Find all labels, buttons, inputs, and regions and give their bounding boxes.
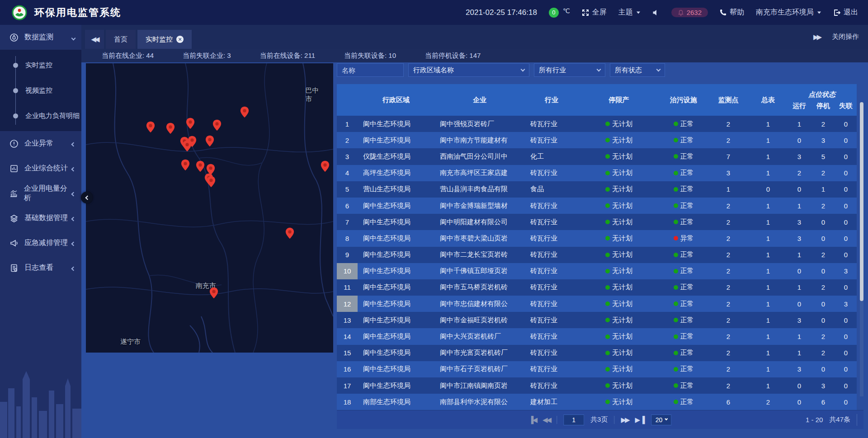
map-panel[interactable]: 巴中市南充市遂宁市	[86, 63, 333, 353]
col-header-5[interactable]: 监测点	[708, 84, 749, 116]
table-row-2[interactable]: 2阆中生态环境局阆中市南方节能建材有砖瓦行业无计划正常21030	[337, 132, 857, 148]
stats-board-icon	[9, 164, 19, 173]
cell-monitor-count: 2	[708, 247, 749, 263]
industry-select[interactable]: 所有行业	[534, 63, 605, 77]
logout-button[interactable]: 退出	[833, 8, 858, 17]
cell-monitor-count: 2	[708, 198, 749, 214]
table-row-14[interactable]: 14阆中生态环境局阆中大兴页岩机砖厂砖瓦行业无计划正常21120	[337, 328, 857, 344]
map-pin-14[interactable]	[321, 160, 330, 172]
cell-facility-status: 异常	[660, 230, 708, 246]
sidebar-subitem-1[interactable]: 视频监控	[0, 78, 81, 103]
sidebar-item-4[interactable]: 基础数据管理	[0, 206, 81, 231]
col-header-3[interactable]: 停限产	[578, 84, 660, 116]
map-pin-15[interactable]	[285, 227, 294, 239]
status-dot-icon	[674, 285, 678, 290]
table-row-9[interactable]: 9阆中生态环境局阆中市二龙长宝页岩砖砖瓦行业无计划正常21120	[337, 247, 857, 263]
sidebar-item-0[interactable]: 数据监测	[0, 25, 81, 50]
map-pin-9[interactable]	[180, 159, 190, 171]
table-row-15[interactable]: 15阆中生态环境局阆中市光富页岩机砖厂砖瓦行业无计划正常21120	[337, 345, 857, 361]
name-search-input[interactable]	[337, 63, 404, 77]
theme-dropdown[interactable]: 主题	[618, 8, 641, 17]
table-row-18[interactable]: 18南部生态环境局南部县利华水泥有限公建材加工无计划正常62060	[337, 394, 857, 410]
table-row-5[interactable]: 5营山生态环境局营山县润丰肉食品有限食品无计划正常10010	[337, 181, 857, 198]
last-page-icon[interactable]: ▶▐	[635, 416, 645, 424]
sidebar-item-6[interactable]: 日志查看	[0, 255, 81, 280]
mute-button[interactable]	[652, 9, 660, 16]
map-pin-8[interactable]	[205, 135, 215, 147]
fullscreen-button[interactable]: 全屏	[582, 8, 607, 17]
sidebar-collapse-button[interactable]	[81, 192, 93, 203]
col-subheader-1[interactable]: 停机	[811, 100, 835, 116]
table-row-16[interactable]: 16阆中生态环境局阆中市石子页岩机砖厂砖瓦行业无计划正常21300	[337, 361, 857, 377]
status-dot-icon	[605, 334, 610, 339]
table-row-10[interactable]: 10阆中生态环境局阆中千佛镇五郎垭页岩砖瓦行业无计划正常21003	[337, 263, 857, 279]
tabs-scroll-right-icon[interactable]: ▶▶	[813, 33, 820, 41]
cell-company: 阆中市南方节能建材有	[434, 132, 525, 148]
col-header-2[interactable]: 行业	[525, 84, 578, 116]
table-row-12[interactable]: 12阆中生态环境局阆中市忠信建材有限公砖瓦行业无计划正常21003	[337, 296, 857, 312]
map-pin-16[interactable]	[209, 287, 218, 299]
help-button[interactable]: 帮助	[720, 8, 744, 17]
map-pin-7[interactable]	[188, 136, 197, 147]
cell-bureau: 阆中生态环境局	[358, 328, 434, 344]
cell-stopped-count: 6	[811, 394, 835, 410]
cell-lost-count: 0	[835, 328, 857, 344]
table-row-13[interactable]: 13阆中生态环境局阆中市金福旺页岩机砖砖瓦行业无计划正常21300	[337, 312, 857, 328]
temperature-unit: ℃	[563, 7, 570, 14]
close-operations-dropdown[interactable]: 关闭操作	[832, 33, 859, 41]
cell-company: 阆中强锐页岩砖厂	[434, 116, 525, 132]
cell-bureau: 仪陇生态环境局	[358, 148, 434, 165]
tab-0[interactable]: 首页	[106, 30, 136, 49]
map-pin-10[interactable]	[196, 160, 205, 172]
cell-facility-status: 正常	[660, 247, 708, 263]
map-pin-0[interactable]	[146, 121, 155, 133]
row-index: 6	[337, 198, 358, 214]
first-page-icon[interactable]: ▐◀	[529, 416, 536, 424]
stat-0: 当前在线企业: 44	[102, 52, 154, 60]
sidebar-item-5[interactable]: 应急减排管理	[0, 231, 81, 255]
scrollbar-thumb[interactable]	[860, 102, 863, 301]
sidebar-subitem-0[interactable]: 实时监控	[0, 52, 81, 78]
table-row-3[interactable]: 3仪陇生态环境局西南油气田分公司川中化工无计划正常71350	[337, 148, 857, 165]
notification-badge[interactable]: 2632	[671, 8, 708, 17]
speaker-icon	[652, 9, 660, 16]
col-header-6[interactable]: 总表	[749, 84, 787, 116]
sidebar-item-1[interactable]: 企业异常	[0, 131, 81, 156]
map-pin-1[interactable]	[166, 122, 175, 134]
col-header-4[interactable]: 治污设施	[660, 84, 708, 116]
sidebar-subitem-2[interactable]: 企业电力负荷明细	[0, 103, 81, 128]
page-size-select[interactable]: 20	[651, 414, 672, 425]
status-select[interactable]: 所有状态	[610, 63, 665, 77]
next-page-icon[interactable]: ▶▶	[621, 416, 628, 424]
org-dropdown[interactable]: 南充市生态环境局	[756, 8, 821, 17]
cell-company: 阆中市金博瑞新型墙材	[434, 198, 525, 214]
table-row-1[interactable]: 1阆中生态环境局阆中强锐页岩砖厂砖瓦行业无计划正常21120	[337, 116, 857, 132]
table-row-7[interactable]: 7阆中生态环境局阆中明阳建材有限公司砖瓦行业无计划正常21300	[337, 214, 857, 230]
table-row-11[interactable]: 11阆中生态环境局阆中市五马桥页岩机砖砖瓦行业无计划正常21120	[337, 279, 857, 296]
sidebar-item-3[interactable]: 企业用电量分析	[0, 181, 81, 206]
map-pin-2[interactable]	[185, 118, 195, 129]
table-scrollbar[interactable]	[860, 102, 863, 396]
tab-1[interactable]: 实时监控✕	[137, 30, 192, 49]
cell-company: 南充市高坪区王家店建	[434, 165, 525, 181]
region-select[interactable]: 行政区域名称	[408, 63, 529, 77]
table-row-8[interactable]: 8阆中生态环境局阆中市枣碧大梁山页岩砖瓦行业无计划异常21300	[337, 230, 857, 246]
col-subheader-0[interactable]: 运行	[787, 100, 811, 116]
table-row-4[interactable]: 4高坪生态环境局南充市高坪区王家店建砖瓦行业无计划正常31220	[337, 165, 857, 181]
tabs-scroll-left-icon[interactable]: ◀◀	[85, 30, 104, 49]
map-pin-13[interactable]	[206, 176, 216, 188]
table-row-17[interactable]: 17阆中生态环境局阆中市江南镇阆南页岩砖瓦行业无计划正常21030	[337, 377, 857, 394]
map-pin-3[interactable]	[212, 119, 222, 131]
col-header-1[interactable]: 企业	[434, 84, 525, 116]
table-row-6[interactable]: 6阆中生态环境局阆中市金博瑞新型墙材砖瓦行业无计划正常21120	[337, 198, 857, 214]
cell-lost-count: 0	[835, 312, 857, 328]
cell-lost-count: 0	[835, 361, 857, 377]
map-pin-4[interactable]	[240, 106, 250, 118]
page-number-input[interactable]	[563, 414, 584, 425]
prev-page-icon[interactable]: ◀◀	[542, 416, 550, 424]
tab-close-icon[interactable]: ✕	[176, 36, 184, 43]
stop-status-label: 无计划	[612, 169, 632, 177]
col-subheader-2[interactable]: 失联	[835, 100, 857, 116]
sidebar-item-2[interactable]: 企业综合统计	[0, 156, 81, 181]
col-header-0[interactable]: 行政区域	[358, 84, 434, 116]
